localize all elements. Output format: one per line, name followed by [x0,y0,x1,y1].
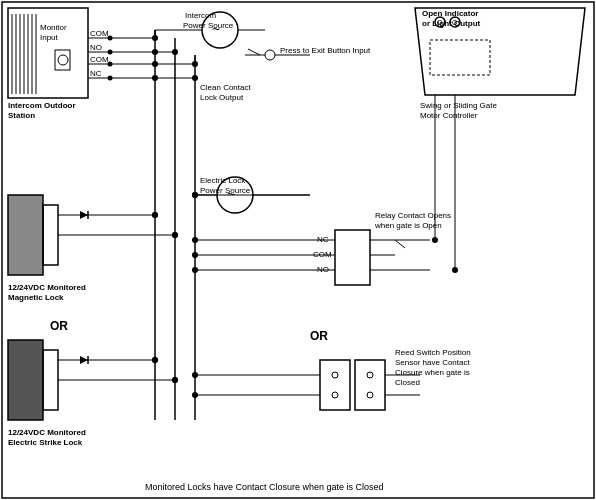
svg-text:or Light Output: or Light Output [422,19,481,28]
svg-point-54 [192,75,198,81]
svg-text:Closure when gate is: Closure when gate is [395,368,470,377]
svg-point-133 [452,267,458,273]
svg-text:12/24VDC Monitored: 12/24VDC Monitored [8,428,86,437]
svg-text:Input: Input [40,33,59,42]
svg-text:COM: COM [90,55,109,64]
svg-text:12/24VDC Monitored: 12/24VDC Monitored [8,283,86,292]
svg-text:Electric Lock: Electric Lock [200,176,246,185]
svg-text:NO: NO [90,43,102,52]
svg-text:Monitored Locks have Contact C: Monitored Locks have Contact Closure whe… [145,482,384,492]
svg-point-91 [192,267,198,273]
svg-text:Intercom: Intercom [185,11,216,20]
svg-point-107 [192,372,198,378]
svg-point-136 [152,212,158,218]
svg-point-139 [172,377,178,383]
svg-text:Lock Output: Lock Output [200,93,244,102]
svg-rect-64 [8,195,43,275]
svg-point-137 [152,357,158,363]
svg-point-22 [108,76,113,81]
svg-point-132 [432,237,438,243]
svg-text:Power Source: Power Source [200,186,251,195]
svg-text:Press to Exit Button Input: Press to Exit Button Input [280,46,371,55]
svg-text:Reed Switch Position: Reed Switch Position [395,348,471,357]
svg-text:OR: OR [310,329,328,343]
svg-text:Relay Contact Opens: Relay Contact Opens [375,211,451,220]
svg-text:NC: NC [317,235,329,244]
svg-text:Open Indicator: Open Indicator [422,9,478,18]
svg-point-18 [108,50,113,55]
svg-text:Intercom Outdoor: Intercom Outdoor [8,101,76,110]
svg-point-138 [172,232,178,238]
svg-text:Closed: Closed [395,378,420,387]
svg-text:COM: COM [313,250,332,259]
svg-point-109 [192,392,198,398]
svg-point-50 [172,49,178,55]
svg-point-89 [192,252,198,258]
svg-text:Station: Station [8,111,35,120]
svg-text:Clean Contact: Clean Contact [200,83,251,92]
svg-rect-75 [8,340,43,420]
svg-text:OR: OR [50,319,68,333]
svg-text:Sensor have Contact: Sensor have Contact [395,358,470,367]
svg-text:Magnetic Lock: Magnetic Lock [8,293,64,302]
svg-text:Motor Controller: Motor Controller [420,111,478,120]
svg-text:Power Source: Power Source [183,21,234,30]
wiring-diagram: Monitor Input COM NO COM NC Intercom Out… [0,0,596,500]
svg-point-140 [192,192,198,198]
svg-text:Monitor: Monitor [40,23,67,32]
svg-text:COM: COM [90,29,109,38]
svg-text:Electric Strike Lock: Electric Strike Lock [8,438,83,447]
svg-text:Swing or Sliding Gate: Swing or Sliding Gate [420,101,497,110]
svg-point-87 [192,237,198,243]
svg-text:NO: NO [317,265,329,274]
svg-text:NC: NC [90,69,102,78]
svg-text:when gate is Open: when gate is Open [374,221,442,230]
